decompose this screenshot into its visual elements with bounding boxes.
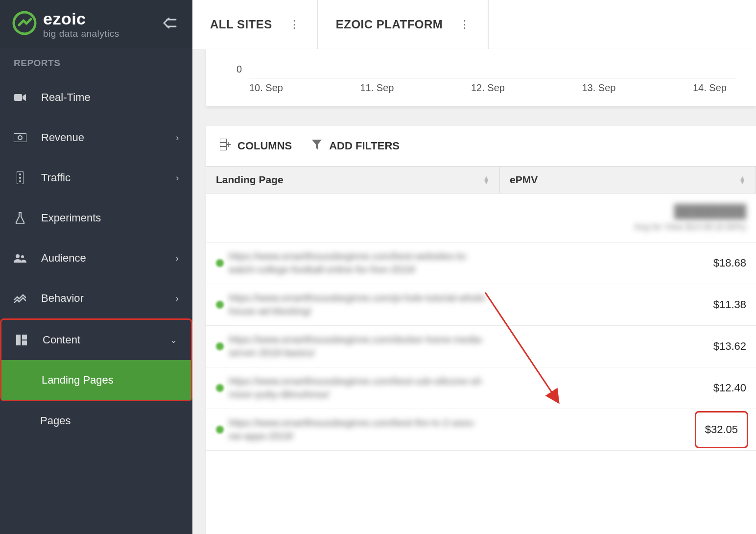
- collapse-sidebar-button[interactable]: [161, 15, 179, 33]
- chart-icon: [14, 294, 26, 303]
- section-label-reports: REPORTS: [0, 48, 192, 77]
- status-dot-icon: [216, 384, 224, 392]
- money-icon: [14, 133, 26, 142]
- table-row[interactable]: https://www.smartthoussbeginne.com/best-…: [206, 367, 756, 409]
- nav-label: Landing Pages: [42, 374, 177, 387]
- sidebar-item-experiments[interactable]: Experiments: [0, 198, 192, 238]
- people-icon: [14, 254, 26, 263]
- chart-tick: 13. Sep: [582, 82, 616, 94]
- status-dot-icon: [216, 259, 224, 267]
- sidebar-item-pages[interactable]: Pages: [0, 401, 192, 440]
- sort-icon[interactable]: ▲▼: [483, 176, 490, 184]
- th-label: ePMV: [510, 174, 538, 186]
- grid-icon: [15, 335, 28, 345]
- chart-tick: 10. Sep: [249, 82, 283, 94]
- nav-label: Traffic: [41, 171, 161, 184]
- th-label: Landing Page: [216, 174, 284, 186]
- epmv-value-highlighted: $32.05: [695, 411, 748, 448]
- svg-point-8: [19, 177, 21, 179]
- table-panel: COLUMNS ADD FILTERS Landing Page ▲▼ ePMV…: [206, 126, 756, 534]
- chart-tick: 14. Sep: [693, 82, 727, 94]
- table-row[interactable]: https://www.smartthoussbeginne.com/best-…: [206, 243, 756, 284]
- chevron-right-icon: ›: [176, 173, 179, 183]
- svg-rect-13: [22, 335, 27, 340]
- chevron-right-icon: ›: [176, 133, 179, 143]
- flask-icon: [14, 212, 26, 224]
- tab-label: EZOIC PLATFORM: [336, 18, 443, 31]
- columns-label: COLUMNS: [237, 140, 292, 152]
- epmv-value: $18.68: [500, 257, 756, 269]
- more-icon[interactable]: ⋮: [459, 18, 470, 31]
- sidebar-item-traffic[interactable]: Traffic ›: [0, 158, 192, 198]
- svg-point-5: [18, 136, 22, 140]
- svg-point-10: [16, 254, 20, 258]
- sidebar-item-behavior[interactable]: Behavior ›: [0, 278, 192, 318]
- sidebar-item-revenue[interactable]: Revenue ›: [0, 118, 192, 158]
- brand-name: ezoic: [43, 10, 119, 27]
- content-section-highlight: Content ⌄ Landing Pages: [0, 318, 192, 401]
- nav-label: Experiments: [41, 212, 179, 224]
- table-toolbar: COLUMNS ADD FILTERS: [206, 126, 756, 166]
- epmv-value: $12.40: [500, 382, 756, 394]
- chart-tick: 12. Sep: [471, 82, 505, 94]
- summary-avg-blur: Avg for View $14.68 (6.66%): [635, 222, 746, 232]
- sidebar: ezoic big data analytics REPORTS Real-Ti…: [0, 0, 192, 534]
- columns-icon: [220, 139, 231, 153]
- nav-label: Revenue: [41, 131, 161, 144]
- status-dot-icon: [216, 426, 224, 434]
- status-dot-icon: [216, 342, 224, 350]
- tab-ezoic-platform[interactable]: EZOIC PLATFORM ⋮: [318, 0, 489, 49]
- nav-label: Content: [43, 334, 155, 346]
- svg-rect-12: [16, 335, 21, 345]
- filter-icon: [311, 139, 322, 153]
- logo-icon: [12, 10, 37, 38]
- table-row[interactable]: https://www.smartthoussbeginne.com/docke…: [206, 326, 756, 367]
- column-header-landing-page[interactable]: Landing Page ▲▼: [206, 167, 500, 193]
- tab-all-sites[interactable]: ALL SITES ⋮: [192, 0, 318, 49]
- column-header-epmv[interactable]: ePMV ▲▼: [500, 167, 756, 193]
- svg-rect-14: [22, 340, 27, 345]
- landing-page-url: https://www.smartthoussbeginne.com/docke…: [229, 333, 490, 360]
- svg-rect-4: [14, 133, 26, 142]
- nav-label: Audience: [41, 252, 161, 265]
- table-body: ████████ Avg for View $14.68 (6.66%) htt…: [206, 194, 756, 534]
- summary-blur: ████████: [674, 204, 746, 219]
- svg-point-7: [19, 173, 21, 175]
- svg-point-11: [21, 255, 24, 258]
- chart-y-zero: 0: [236, 64, 242, 74]
- svg-point-9: [19, 180, 21, 182]
- more-icon[interactable]: ⋮: [289, 18, 300, 31]
- chevron-right-icon: ›: [176, 253, 179, 264]
- logo: ezoic big data analytics: [12, 10, 119, 38]
- epmv-value: $11.38: [500, 298, 756, 311]
- filters-label: ADD FILTERS: [329, 140, 400, 152]
- sidebar-item-audience[interactable]: Audience ›: [0, 238, 192, 278]
- nav-label: Behavior: [41, 292, 161, 305]
- landing-page-url: https://www.smartthoussbeginne.com/pi-ho…: [229, 291, 490, 318]
- table-header: Landing Page ▲▼ ePMV ▲▼: [206, 166, 756, 194]
- nav-label: Pages: [40, 414, 179, 427]
- epmv-value: $13.62: [500, 340, 756, 353]
- table-summary-row: ████████ Avg for View $14.68 (6.66%): [206, 194, 756, 243]
- add-filters-button[interactable]: ADD FILTERS: [311, 139, 400, 153]
- traffic-icon: [14, 171, 26, 184]
- chevron-right-icon: ›: [176, 293, 179, 304]
- nav-label: Real-Time: [41, 91, 179, 104]
- svg-rect-3: [14, 94, 22, 101]
- video-icon: [14, 93, 26, 102]
- landing-page-url: https://www.smartthoussbeginne.com/best-…: [229, 416, 490, 443]
- chart-panel: 0 10. Sep 11. Sep 12. Sep 13. Sep 14. Se…: [206, 49, 756, 106]
- sidebar-item-content[interactable]: Content ⌄: [1, 320, 191, 360]
- main-content: ALL SITES ⋮ EZOIC PLATFORM ⋮ 0 10. Sep 1…: [192, 0, 756, 534]
- table-row[interactable]: https://www.smartthoussbeginne.com/pi-ho…: [206, 284, 756, 326]
- sort-icon[interactable]: ▲▼: [739, 176, 746, 184]
- landing-page-url: https://www.smartthoussbeginne.com/best-…: [229, 375, 490, 401]
- chevron-down-icon: ⌄: [170, 335, 177, 345]
- top-tabs: ALL SITES ⋮ EZOIC PLATFORM ⋮: [192, 0, 756, 49]
- brand-tagline: big data analytics: [43, 29, 119, 38]
- sidebar-item-landing-pages[interactable]: Landing Pages: [1, 361, 191, 400]
- sidebar-item-real-time[interactable]: Real-Time: [0, 77, 192, 118]
- chart-tick: 11. Sep: [360, 82, 394, 94]
- columns-button[interactable]: COLUMNS: [220, 139, 292, 153]
- table-row[interactable]: https://www.smartthoussbeginne.com/best-…: [206, 409, 756, 451]
